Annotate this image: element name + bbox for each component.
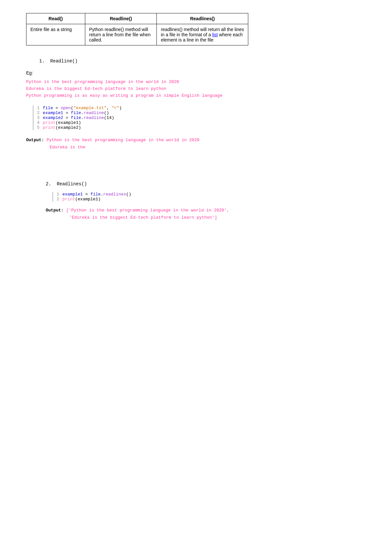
output-line2-s2-wrapper: 'Edureka is the biggest Ed-tech platform… <box>69 214 366 221</box>
eg-label: Eg: <box>26 70 366 76</box>
list-link[interactable]: list <box>212 32 218 37</box>
code-line-5: 5 print(example2) <box>34 125 366 130</box>
table-row: Entire file as a string Python readline(… <box>26 24 248 45</box>
line-num-2: 2 <box>34 110 43 115</box>
line-num-s2-2: 2 <box>53 197 62 202</box>
cell-readline: Python readline() method will return a l… <box>85 24 157 45</box>
code-text-5: print(example2) <box>43 125 81 130</box>
line-num-5: 5 <box>34 125 43 130</box>
code-text-4: print(example1) <box>43 120 81 125</box>
section-1-title: 1. Readline() <box>39 59 366 64</box>
code-text-2: example1 = file.readline() <box>43 110 109 115</box>
cell-read: Entire file as a string <box>26 24 85 45</box>
code-text-s2-1: example1 = file.readlines() <box>62 192 131 197</box>
code-line-s2-2: 2 print(example1) <box>53 197 366 202</box>
section-1: 1. Readline() <box>39 59 366 64</box>
output-section-2: Output: ['Python is the best programming… <box>46 207 366 221</box>
code-line-s2-1: 1 example1 = file.readlines() <box>53 192 366 197</box>
section-2: 2. Readlines() 1 example1 = file.readlin… <box>46 181 366 221</box>
output-label-2: Output: <box>46 208 64 213</box>
output-line1-s2-text: ['Python is the best programming languag… <box>66 208 229 213</box>
code-text-s2-2: print(example1) <box>62 197 101 202</box>
code-text-3: example2 = file.readline(14) <box>43 115 114 120</box>
output-label-1: Output: <box>26 138 44 143</box>
output-line1-text: Python is the best programming language … <box>46 138 199 143</box>
header-readline: Readline() <box>85 13 157 24</box>
comparison-table: Read() Readline() Readlines() Entire fil… <box>26 13 248 45</box>
code-block-2: 1 example1 = file.readlines() 2 print(ex… <box>52 192 366 202</box>
output-line2-text: Edureka is the <box>50 145 85 150</box>
file-line-2: Edureka is the biggest Ed-tech platform … <box>26 86 366 92</box>
file-content: Python is the best programming language … <box>26 79 366 99</box>
line-num-3: 3 <box>34 115 43 120</box>
output-line2-s2-text: 'Edureka is the biggest Ed-tech platform… <box>69 215 217 220</box>
output-section-1: Output: Python is the best programming l… <box>26 137 366 151</box>
cell-readlines: readlines() method will return all the l… <box>157 24 248 45</box>
code-line-4: 4 print(example1) <box>34 120 366 125</box>
code-line-2: 2 example1 = file.readline() <box>34 110 366 115</box>
section-2-title: 2. Readlines() <box>46 181 366 187</box>
header-readlines: Readlines() <box>157 13 248 24</box>
code-line-3: 3 example2 = file.readline(14) <box>34 115 366 120</box>
file-line-1: Python is the best programming language … <box>26 79 366 86</box>
line-num-1: 1 <box>34 106 43 110</box>
code-line-1: 1 file = open("example.txt", "r") <box>34 106 366 110</box>
code-text-1: file = open("example.txt", "r") <box>43 106 122 110</box>
output-line2-wrapper: Edureka is the <box>50 144 366 151</box>
code-block-1: 1 file = open("example.txt", "r") 2 exam… <box>33 106 366 130</box>
line-num-s2-1: 1 <box>53 192 62 197</box>
file-line-3: Python programming is as easy as writing… <box>26 92 366 99</box>
header-read: Read() <box>26 13 85 24</box>
line-num-4: 4 <box>34 120 43 125</box>
